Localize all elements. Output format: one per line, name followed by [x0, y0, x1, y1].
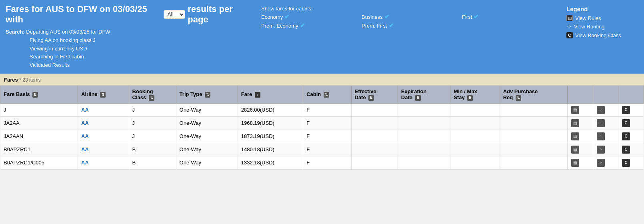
cell-fare-basis: B0APZRC1 — [0, 143, 78, 156]
cell-adv-purchase — [500, 156, 567, 169]
view-routing-button[interactable]: ⁘ — [597, 119, 605, 127]
sort-fare-icon[interactable]: ↓ — [255, 92, 260, 98]
cabin-economy[interactable]: Economy ✔ — [261, 13, 358, 20]
col-expiration-date[interactable]: ExpirationDate ⇅ — [398, 86, 450, 103]
cell-action-routing[interactable]: ⁘ — [593, 143, 618, 156]
view-booking-class-button[interactable]: C — [622, 106, 630, 114]
view-booking-class-button[interactable]: C — [622, 146, 630, 154]
cell-action-booking[interactable]: C — [618, 130, 644, 143]
cell-booking-class: B — [129, 156, 176, 169]
col-airline[interactable]: Airline ⇅ — [78, 86, 129, 103]
view-rules-button[interactable]: ▤ — [571, 159, 579, 167]
cabin-first[interactable]: First ✔ — [462, 13, 558, 20]
cell-fare: 1332.18(USD) — [238, 156, 303, 169]
col-booking-class[interactable]: BookingClass ⇅ — [129, 86, 176, 103]
airline-link[interactable]: AA — [81, 160, 89, 166]
airline-link[interactable]: AA — [81, 133, 89, 139]
table-header-row: Fare Basis ⇅ Airline ⇅ BookingClass ⇅ Tr… — [0, 86, 644, 103]
airline-link[interactable]: AA — [81, 146, 89, 152]
fares-count: * 23 items — [19, 77, 40, 83]
view-booking-class-button[interactable]: C — [622, 119, 630, 127]
sort-min-max-stay-icon[interactable]: ⇅ — [467, 95, 473, 101]
legend-view-rules[interactable]: ▤ View Rules — [566, 15, 638, 21]
cell-action-routing[interactable]: ⁘ — [593, 156, 618, 169]
legend-view-booking[interactable]: C View Booking Class — [566, 32, 638, 38]
cell-cabin: F — [303, 103, 351, 116]
col-fare-basis[interactable]: Fare Basis ⇅ — [0, 86, 78, 103]
cell-fare: 2826.00(USD) — [238, 103, 303, 116]
rules-icon: ▤ — [566, 15, 573, 21]
table-row: B0APZRC1/C005 AA B One-Way 1332.18(USD) … — [0, 156, 644, 169]
sort-effective-date-icon[interactable]: ⇅ — [368, 95, 374, 101]
cabin-first-label: First — [462, 14, 472, 20]
table-body: J AA J One-Way 2826.00(USD) F ▤ ⁘ C JA2A… — [0, 103, 644, 169]
view-rules-button[interactable]: ▤ — [571, 146, 579, 154]
cell-action-rules[interactable]: ▤ — [567, 130, 593, 143]
sort-trip-type-icon[interactable]: ⇅ — [205, 92, 210, 98]
sort-cabin-icon[interactable]: ⇅ — [324, 92, 329, 98]
cell-action-booking[interactable]: C — [618, 156, 644, 169]
cell-action-rules[interactable]: ▤ — [567, 143, 593, 156]
view-booking-class-button[interactable]: C — [622, 132, 630, 140]
cell-airline[interactable]: AA — [78, 156, 129, 169]
cell-action-routing[interactable]: ⁘ — [593, 116, 618, 130]
results-per-page-select[interactable]: All 10 25 50 100 — [164, 10, 185, 19]
cell-action-routing[interactable]: ⁘ — [593, 130, 618, 143]
cell-trip-type: One-Way — [176, 116, 238, 130]
view-rules-button[interactable]: ▤ — [571, 119, 579, 127]
col-adv-purchase[interactable]: Adv PurchaseReq ⇅ — [500, 86, 567, 103]
sort-adv-purchase-icon[interactable]: ⇅ — [516, 95, 521, 101]
cabins-section: Show fares for cabins: Economy ✔ Busines… — [261, 4, 558, 29]
cell-action-rules[interactable]: ▤ — [567, 116, 593, 130]
col-trip-type[interactable]: Trip Type ⇅ — [176, 86, 238, 103]
cell-airline[interactable]: AA — [78, 143, 129, 156]
sort-expiration-date-icon[interactable]: ⇅ — [415, 95, 421, 101]
view-booking-class-button[interactable]: C — [622, 159, 630, 167]
cabin-first-check: ✔ — [474, 13, 479, 20]
sort-airline-icon[interactable]: ⇅ — [100, 92, 106, 98]
legend-view-routing[interactable]: ⁘ View Routing — [566, 23, 638, 30]
cell-fare-basis: JA2AAN — [0, 130, 78, 143]
cell-action-routing[interactable]: ⁘ — [593, 103, 618, 116]
cell-effective-date — [351, 143, 398, 156]
sort-booking-class-icon[interactable]: ⇅ — [149, 95, 154, 101]
cell-booking-class: B — [129, 143, 176, 156]
airline-link[interactable]: AA — [81, 120, 89, 126]
cell-airline[interactable]: AA — [78, 116, 129, 130]
cabin-prem-economy[interactable]: Prem. Economy ✔ — [261, 22, 358, 29]
search-line-3: Viewing in currency USD — [6, 46, 87, 52]
col-actions-booking — [618, 86, 644, 103]
cell-min-max-stay — [450, 143, 500, 156]
cell-adv-purchase — [500, 103, 567, 116]
cell-airline[interactable]: AA — [78, 103, 129, 116]
col-min-max-stay[interactable]: Min / MaxStay ⇅ — [450, 86, 500, 103]
cabin-prem-first[interactable]: Prem. First ✔ — [362, 22, 458, 29]
cell-cabin: F — [303, 116, 351, 130]
col-fare[interactable]: Fare ↓ — [238, 86, 303, 103]
cabin-business[interactable]: Business ✔ — [362, 13, 458, 20]
sort-fare-basis-icon[interactable]: ⇅ — [32, 92, 38, 98]
view-routing-button[interactable]: ⁘ — [597, 146, 605, 154]
cabin-economy-check: ✔ — [284, 13, 290, 20]
cell-min-max-stay — [450, 103, 500, 116]
view-routing-button[interactable]: ⁘ — [597, 132, 605, 140]
cell-action-booking[interactable]: C — [618, 143, 644, 156]
view-rules-button[interactable]: ▤ — [571, 132, 579, 140]
col-effective-date[interactable]: EffectiveDate ⇅ — [351, 86, 398, 103]
search-label: Search: — [6, 29, 25, 35]
airline-link[interactable]: AA — [81, 107, 89, 113]
view-rules-button[interactable]: ▤ — [571, 106, 579, 114]
cell-action-rules[interactable]: ▤ — [567, 156, 593, 169]
view-routing-button[interactable]: ⁘ — [597, 159, 605, 167]
cell-action-booking[interactable]: C — [618, 116, 644, 130]
search-line-1: Departing AUS on 03/03/25 for DFW — [26, 29, 110, 35]
col-cabin[interactable]: Cabin ⇅ — [303, 86, 351, 103]
view-routing-button[interactable]: ⁘ — [597, 106, 605, 114]
cell-action-booking[interactable]: C — [618, 103, 644, 116]
table-row: B0APZRC1 AA B One-Way 1480.18(USD) F ▤ ⁘… — [0, 143, 644, 156]
cell-booking-class: J — [129, 130, 176, 143]
cell-action-rules[interactable]: ▤ — [567, 103, 593, 116]
table-row: JA2AAN AA J One-Way 1873.19(USD) F ▤ ⁘ C — [0, 130, 644, 143]
fares-table: Fare Basis ⇅ Airline ⇅ BookingClass ⇅ Tr… — [0, 86, 644, 170]
cell-airline[interactable]: AA — [78, 130, 129, 143]
